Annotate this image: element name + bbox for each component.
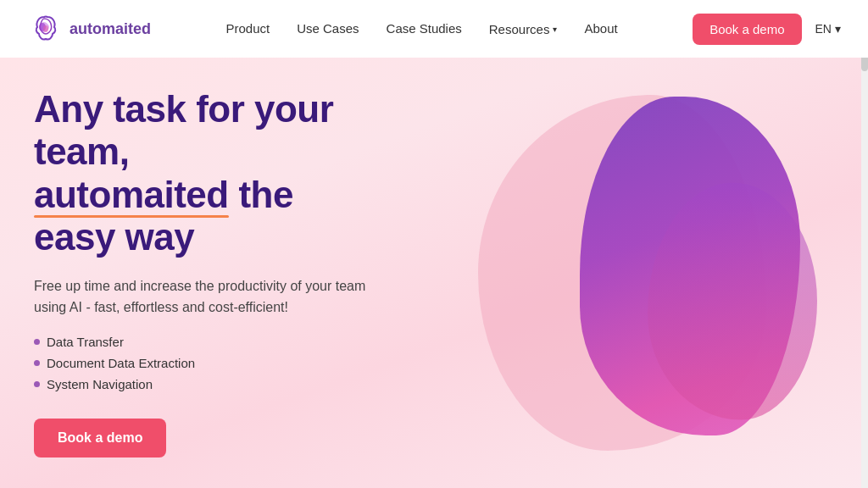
hero-title: Any task for your team, automaited the e…	[34, 88, 424, 259]
logo-icon	[27, 12, 61, 46]
book-demo-hero-button[interactable]: Book a demo	[34, 419, 166, 458]
bullet-icon	[34, 360, 40, 366]
nav-item-use-cases[interactable]: Use Cases	[297, 21, 359, 36]
hero-feature-list: Data Transfer Document Data Extraction S…	[34, 335, 424, 391]
lang-label: EN	[815, 22, 832, 36]
hero-subtitle: Free up time and increase the productivi…	[34, 276, 390, 319]
list-item: Data Transfer	[34, 335, 424, 349]
hero-section: Any task for your team, automaited the e…	[0, 58, 868, 488]
feature-label: System Navigation	[47, 377, 153, 391]
nav-item-about[interactable]: About	[584, 21, 617, 36]
bullet-icon	[34, 339, 40, 345]
nav-item-resources[interactable]: Resources ▾	[489, 22, 558, 36]
logo-area[interactable]: automaited	[27, 12, 151, 46]
nav-link-use-cases[interactable]: Use Cases	[297, 21, 359, 36]
hero-content: Any task for your team, automaited the e…	[0, 88, 424, 458]
nav-link-about[interactable]: About	[584, 21, 617, 36]
feature-label: Document Data Extraction	[47, 356, 195, 370]
hero-title-underline-word: automaited	[34, 174, 229, 217]
lang-chevron-icon: ▾	[835, 22, 841, 36]
nav-link-case-studies[interactable]: Case Studies	[387, 21, 462, 36]
language-selector[interactable]: EN ▾	[815, 22, 841, 36]
bullet-icon	[34, 381, 40, 387]
list-item: Document Data Extraction	[34, 356, 424, 370]
book-demo-nav-button[interactable]: Book a demo	[693, 14, 801, 45]
svg-point-2	[43, 25, 48, 32]
nav-item-product[interactable]: Product	[225, 21, 270, 36]
nav-link-product[interactable]: Product	[225, 21, 270, 36]
nav-link-resources[interactable]: Resources	[489, 22, 550, 36]
chevron-down-icon: ▾	[553, 25, 557, 34]
nav-right: Book a demo EN ▾	[693, 14, 841, 45]
brand-name: automaited	[70, 20, 151, 38]
list-item: System Navigation	[34, 377, 424, 391]
navbar: automaited Product Use Cases Case Studie…	[0, 0, 868, 58]
scrollbar[interactable]	[861, 0, 868, 488]
blob-overlay	[648, 183, 817, 420]
nav-item-case-studies[interactable]: Case Studies	[387, 21, 462, 36]
nav-links: Product Use Cases Case Studies Resources…	[225, 21, 617, 36]
feature-label: Data Transfer	[47, 335, 124, 349]
hero-title-line3: easy way	[34, 216, 194, 258]
hero-title-line1: Any task for your team,	[34, 88, 333, 173]
